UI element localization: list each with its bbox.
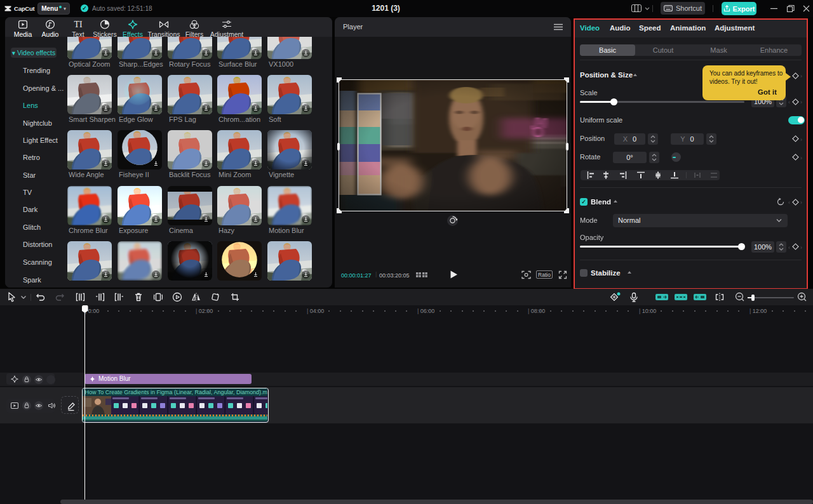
- svg-text:TI: TI: [74, 20, 83, 29]
